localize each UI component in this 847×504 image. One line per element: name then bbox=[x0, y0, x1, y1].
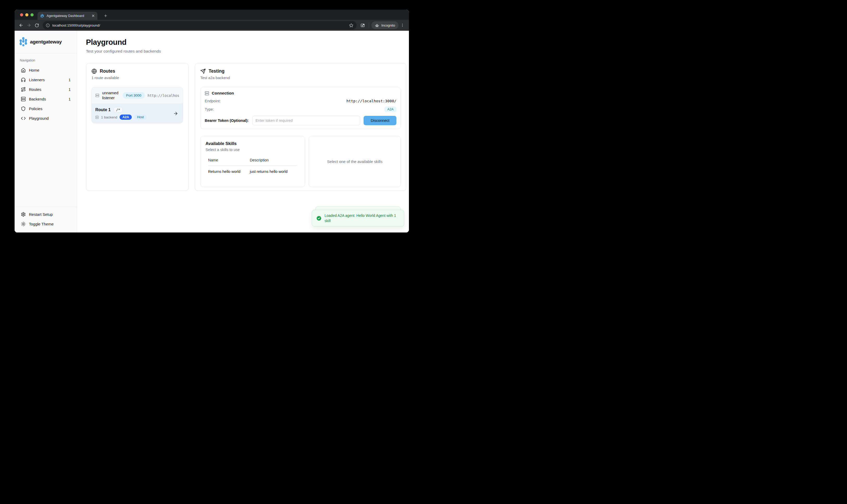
browser-menu-icon[interactable] bbox=[399, 21, 406, 29]
browser-tab[interactable]: Agentgateway Dashboard ✕ bbox=[37, 12, 98, 20]
route-backend-count: 1 backend bbox=[101, 115, 117, 119]
nav-section-label: Navigation bbox=[20, 58, 73, 62]
site-info-icon[interactable] bbox=[46, 23, 50, 27]
close-window-button[interactable] bbox=[20, 13, 23, 16]
bookmark-star-icon[interactable] bbox=[349, 23, 353, 28]
server-icon bbox=[205, 91, 209, 95]
back-button[interactable] bbox=[17, 21, 25, 29]
new-tab-button[interactable] bbox=[102, 12, 109, 19]
home-icon bbox=[21, 68, 26, 73]
browser-toolbar: localhost:15000/ui/playground/ Incognito bbox=[15, 20, 409, 31]
listener-name: unnamed listener bbox=[102, 91, 120, 101]
route-icon bbox=[21, 87, 26, 92]
reload-button[interactable] bbox=[33, 21, 41, 29]
type-label: Type: bbox=[205, 107, 214, 111]
sidebar-item-backends[interactable]: Backends 1 bbox=[18, 94, 73, 104]
main-area: Playground Test your configured routes a… bbox=[77, 31, 409, 233]
route-path-badge: /* bbox=[113, 107, 123, 112]
toggle-theme-label: Toggle Theme bbox=[29, 222, 54, 226]
server-icon bbox=[95, 93, 99, 97]
route-name: Route 1 bbox=[95, 108, 111, 112]
arrow-right-icon[interactable] bbox=[173, 111, 178, 116]
route-a2a-badge: A2A bbox=[120, 114, 132, 120]
restart-setup-button[interactable]: Restart Setup bbox=[18, 210, 73, 219]
incognito-label: Incognito bbox=[381, 23, 395, 27]
routes-card: Routes 1 route available unnamed listene… bbox=[86, 63, 189, 191]
code-icon bbox=[21, 116, 26, 121]
sun-icon bbox=[21, 221, 26, 227]
sidebar-item-label: Policies bbox=[29, 107, 42, 111]
sidebar-item-count: 1 bbox=[69, 97, 71, 101]
server-icon bbox=[95, 115, 99, 119]
endpoint-label: Endpoint: bbox=[205, 99, 220, 103]
tab-close-icon[interactable]: ✕ bbox=[91, 14, 95, 18]
listener-row: unnamed listener Port 3000 http://localh… bbox=[92, 87, 183, 104]
disconnect-button[interactable]: Disconnect bbox=[364, 116, 396, 125]
route-host-badge: Host bbox=[134, 114, 147, 120]
skill-name[interactable]: Returns hello world bbox=[208, 169, 250, 174]
skills-column-name: Name bbox=[208, 158, 250, 162]
testing-card-title: Testing bbox=[209, 69, 225, 74]
endpoint-value: http://localhost:3000/ bbox=[347, 99, 396, 103]
browser-window: Agentgateway Dashboard ✕ localhost:15000… bbox=[15, 10, 409, 233]
sidebar-item-label: Backends bbox=[29, 97, 46, 101]
skill-description: just returns hello world bbox=[250, 169, 297, 174]
headphones-icon bbox=[21, 77, 26, 82]
bearer-token-input[interactable] bbox=[252, 116, 360, 125]
sidebar-nav: Navigation Home Listeners 1 bbox=[15, 53, 77, 123]
shield-icon bbox=[21, 106, 26, 111]
connection-panel: Connection Endpoint: http://localhost:30… bbox=[200, 87, 401, 129]
agentgateway-logo-icon bbox=[19, 37, 27, 47]
listener-url: http://localhost:3000/ bbox=[148, 93, 179, 97]
skill-detail-panel: Select one of the available skills bbox=[308, 136, 401, 187]
skill-row[interactable]: Returns hello world just returns hello w… bbox=[208, 166, 297, 174]
window-controls bbox=[20, 13, 34, 16]
sidebar-item-label: Routes bbox=[29, 87, 41, 92]
tab-strip: Agentgateway Dashboard ✕ bbox=[15, 10, 409, 20]
sidebar-item-label: Playground bbox=[29, 116, 49, 121]
routes-card-title: Routes bbox=[100, 69, 115, 74]
routes-card-subtitle: 1 route available bbox=[91, 76, 183, 80]
url-text[interactable]: localhost:15000/ui/playground/ bbox=[52, 23, 347, 27]
toast-message: Loaded A2A agent: Hello World Agent with… bbox=[324, 213, 400, 223]
app-logo-text: agentgateway bbox=[30, 39, 62, 45]
sidebar-item-count: 1 bbox=[69, 88, 71, 92]
app-logo[interactable]: agentgateway bbox=[15, 31, 77, 53]
sidebar-item-label: Home bbox=[29, 68, 39, 72]
globe-icon bbox=[91, 69, 97, 74]
skills-table: Name Description Returns hello world jus… bbox=[208, 158, 297, 174]
sidebar-item-listeners[interactable]: Listeners 1 bbox=[18, 75, 73, 85]
server-icon bbox=[21, 96, 26, 102]
available-skills-subtitle: Select a skills to use bbox=[206, 148, 300, 152]
minimize-window-button[interactable] bbox=[25, 13, 29, 16]
incognito-badge: Incognito bbox=[371, 21, 399, 29]
toggle-theme-button[interactable]: Toggle Theme bbox=[18, 219, 73, 229]
available-skills-title: Available Skills bbox=[206, 141, 300, 146]
side-panel-search-icon[interactable] bbox=[359, 21, 367, 29]
success-toast[interactable]: Loaded A2A agent: Hello World Agent with… bbox=[312, 210, 404, 227]
sidebar-item-playground[interactable]: Playground bbox=[18, 113, 73, 123]
testing-card: Testing Test a2a backend Connection Endp… bbox=[195, 63, 406, 191]
sidebar: agentgateway Navigation Home Listeners bbox=[15, 31, 77, 233]
sidebar-item-home[interactable]: Home bbox=[18, 65, 73, 75]
skills-column-description: Description bbox=[250, 158, 297, 162]
route-item[interactable]: Route 1 /* 1 backend A2A Host bbox=[92, 104, 183, 123]
forward-button[interactable] bbox=[25, 21, 33, 29]
page-content: agentgateway Navigation Home Listeners bbox=[15, 31, 409, 233]
send-icon bbox=[200, 69, 206, 74]
check-circle-icon bbox=[316, 216, 322, 221]
page-subtitle: Test your configured routes and backends bbox=[86, 49, 409, 54]
sidebar-item-count: 1 bbox=[69, 78, 71, 82]
zoom-window-button[interactable] bbox=[31, 13, 34, 16]
favicon-agentgateway-icon bbox=[40, 14, 44, 18]
address-bar[interactable]: localhost:15000/ui/playground/ bbox=[43, 21, 356, 30]
type-a2a-badge: A2A bbox=[385, 107, 396, 112]
port-badge: Port 3000 bbox=[123, 92, 145, 99]
sidebar-item-routes[interactable]: Routes 1 bbox=[18, 85, 73, 94]
skill-detail-placeholder: Select one of the available skills bbox=[327, 159, 383, 164]
restart-setup-label: Restart Setup bbox=[29, 212, 53, 217]
testing-card-subtitle: Test a2a backend bbox=[200, 76, 401, 80]
incognito-icon bbox=[375, 23, 379, 28]
sidebar-item-policies[interactable]: Policies bbox=[18, 104, 73, 113]
bearer-token-label: Bearer Token (Optional): bbox=[205, 119, 249, 123]
